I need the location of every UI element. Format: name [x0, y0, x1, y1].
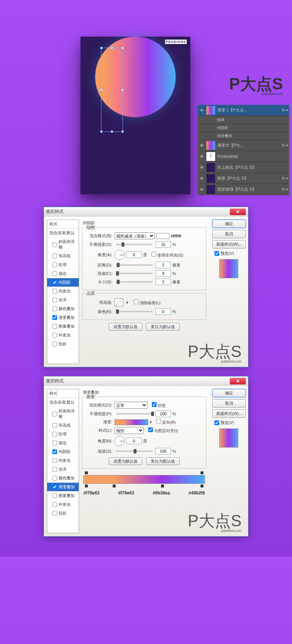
- fx-badge[interactable]: fx ▾: [282, 108, 288, 112]
- size-input[interactable]: [156, 279, 171, 285]
- style-item[interactable]: 纹理: [47, 430, 79, 439]
- style-checkbox[interactable]: [52, 458, 57, 463]
- fx-badge[interactable]: fx ▾: [282, 176, 288, 180]
- blend-mode-select[interactable]: 线性减淡（添加）: [115, 232, 155, 239]
- choke-slider[interactable]: [116, 273, 153, 274]
- visibility-eye-icon[interactable]: 👁: [199, 143, 204, 148]
- style-item[interactable]: 外发光: [47, 500, 79, 509]
- handle-icon[interactable]: [121, 89, 124, 91]
- reset-default-button[interactable]: 复位为默认值: [146, 323, 180, 331]
- layer-row[interactable]: 👁矩形【P大点 S】fx ▾: [198, 173, 289, 184]
- preview-checkbox[interactable]: 预览(V): [214, 251, 245, 256]
- new-style-button[interactable]: 新建样式(W)...: [212, 409, 246, 418]
- fx-badge[interactable]: fx ▾: [282, 143, 288, 147]
- style-item[interactable]: 外发光: [47, 331, 79, 340]
- color-stop-icon[interactable]: [112, 484, 116, 488]
- style-checkbox[interactable]: [52, 449, 57, 454]
- style-checkbox[interactable]: [52, 342, 57, 346]
- set-default-button[interactable]: 设置为默认值: [109, 457, 142, 465]
- gradient-swatch[interactable]: [115, 419, 148, 425]
- style-checkbox[interactable]: [52, 493, 57, 498]
- dither-checkbox[interactable]: 仿色: [152, 402, 166, 408]
- distance-slider[interactable]: [116, 264, 153, 266]
- style-item[interactable]: 渐变叠加: [47, 313, 79, 322]
- blend-mode-select[interactable]: 正常: [115, 402, 147, 409]
- choke-input[interactable]: [156, 270, 171, 277]
- color-stop-icon[interactable]: [161, 484, 164, 488]
- cancel-button[interactable]: 取消: [212, 230, 246, 238]
- style-checkbox[interactable]: [52, 254, 57, 258]
- titlebar[interactable]: 图层样式 ✕: [44, 207, 248, 217]
- angle-input[interactable]: [126, 438, 142, 444]
- angle-dial[interactable]: [115, 250, 125, 260]
- layer-row[interactable]: 👁右上标志【P大点 S】: [198, 162, 289, 173]
- style-checkbox[interactable]: [52, 280, 57, 285]
- style-checkbox[interactable]: [52, 511, 57, 516]
- style-item[interactable]: 内发光: [47, 287, 79, 296]
- gradient-style-select[interactable]: 线性: [115, 427, 144, 434]
- handle-icon[interactable]: [100, 130, 102, 133]
- style-checkbox[interactable]: [52, 476, 57, 481]
- layer-row[interactable]: 👁渐变 1【P大点...fx ▾: [198, 105, 289, 116]
- handle-icon[interactable]: [111, 130, 113, 133]
- antialias-checkbox[interactable]: 消除锯齿(L): [134, 299, 161, 306]
- style-item[interactable]: 渐变叠加: [47, 483, 79, 492]
- handle-icon[interactable]: [100, 47, 102, 49]
- layer-row[interactable]: ◦ 内阴影: [198, 124, 289, 132]
- opacity-slider[interactable]: [116, 413, 153, 415]
- visibility-eye-icon[interactable]: 👁: [199, 108, 204, 113]
- style-item[interactable]: 斜面和浮雕: [47, 407, 79, 421]
- style-item[interactable]: 描边: [47, 439, 79, 448]
- new-style-button[interactable]: 新建样式(W)...: [212, 240, 246, 249]
- reverse-checkbox[interactable]: 反向(R): [156, 419, 176, 425]
- color-stop-icon[interactable]: [85, 484, 88, 488]
- style-checkbox[interactable]: [52, 432, 57, 437]
- style-item[interactable]: 光泽: [47, 465, 79, 474]
- close-button[interactable]: ✕: [230, 378, 246, 384]
- visibility-eye-icon[interactable]: 👁: [199, 187, 204, 192]
- style-list[interactable]: 样式混合选项:默认斜面和浮雕等高线纹理描边内阴影内发光光泽颜色叠加渐变叠加图案叠…: [47, 389, 79, 533]
- style-checkbox[interactable]: [52, 467, 57, 472]
- style-item[interactable]: 光泽: [47, 296, 79, 305]
- style-checkbox[interactable]: [52, 315, 57, 320]
- handle-icon[interactable]: [121, 47, 124, 49]
- align-checkbox[interactable]: 与图层对齐(I): [148, 427, 178, 434]
- color-stop-icon[interactable]: [200, 484, 204, 488]
- ok-button[interactable]: 确定: [212, 389, 246, 397]
- style-item[interactable]: 投影: [47, 509, 79, 518]
- noise-slider[interactable]: [116, 311, 153, 312]
- style-item[interactable]: 纹理: [47, 261, 79, 269]
- opacity-input[interactable]: [156, 241, 171, 248]
- style-item[interactable]: 颜色叠加: [47, 474, 79, 483]
- handle-icon[interactable]: [121, 130, 124, 133]
- style-checkbox[interactable]: [52, 324, 57, 329]
- blend-options-item[interactable]: 混合选项:默认: [47, 398, 79, 407]
- style-item[interactable]: 内发光: [47, 456, 79, 465]
- style-item[interactable]: 图案叠加: [47, 492, 79, 500]
- style-checkbox[interactable]: [52, 262, 57, 267]
- opacity-input[interactable]: [156, 411, 171, 417]
- visibility-eye-icon[interactable]: 👁: [199, 165, 204, 170]
- contour-picker[interactable]: [115, 298, 123, 306]
- style-checkbox[interactable]: [52, 306, 57, 311]
- reset-default-button[interactable]: 复位为默认值: [146, 457, 180, 465]
- style-checkbox[interactable]: [52, 242, 57, 247]
- style-checkbox[interactable]: [52, 441, 57, 445]
- style-item[interactable]: 颜色叠加: [47, 305, 79, 313]
- style-item[interactable]: 图案叠加: [47, 322, 79, 331]
- opacity-stop-icon[interactable]: [85, 471, 88, 475]
- style-checkbox[interactable]: [52, 423, 57, 428]
- style-checkbox[interactable]: [52, 502, 57, 507]
- close-button[interactable]: ✕: [230, 209, 246, 215]
- cancel-button[interactable]: 取消: [212, 399, 246, 408]
- style-item[interactable]: 描边: [47, 269, 79, 278]
- opacity-stop-icon[interactable]: [200, 471, 204, 475]
- scale-slider[interactable]: [116, 450, 153, 452]
- gradient-editor[interactable]: #f79e63 #f79e63 #9b38ea #48b2f6: [83, 475, 205, 496]
- style-item[interactable]: 等高线: [47, 252, 79, 261]
- blend-options-item[interactable]: 混合选项:默认: [47, 229, 79, 238]
- opacity-slider[interactable]: [116, 244, 153, 245]
- layer-row[interactable]: ◦ 渐变叠加: [198, 132, 289, 140]
- ok-button[interactable]: 确定: [212, 220, 246, 228]
- style-checkbox[interactable]: [52, 289, 57, 294]
